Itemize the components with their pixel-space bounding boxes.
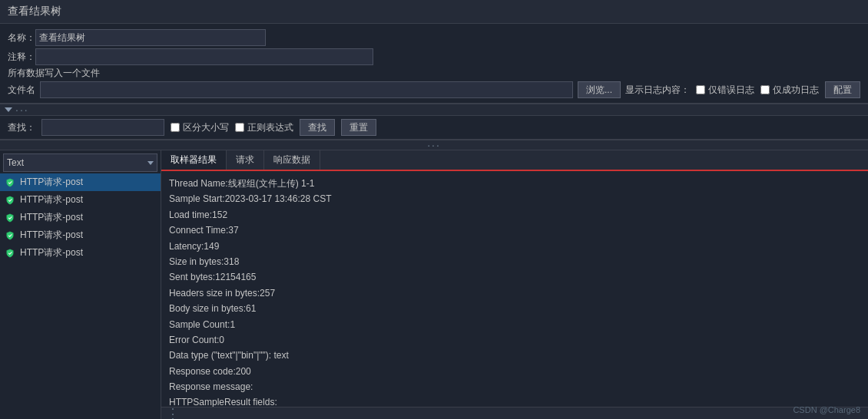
collapse-arrow-1 xyxy=(5,107,12,112)
browse-button[interactable]: 浏览... xyxy=(578,81,621,98)
result-line: Response code:200 xyxy=(169,364,860,379)
result-line: Sample Start:2023-03-17 13:46:28 CST xyxy=(169,191,860,206)
note-input[interactable] xyxy=(35,48,373,65)
tree-item-label: HTTP请求-post xyxy=(20,246,83,259)
page-title: 查看结果树 xyxy=(8,5,61,17)
reset-button[interactable]: 重置 xyxy=(341,119,376,136)
result-line: Sent bytes:12154165 xyxy=(169,269,860,285)
content-area: Text HTTP请求-post HTTP请求-post xyxy=(0,150,868,419)
result-line: Error Count:0 xyxy=(169,332,860,348)
tree-item[interactable]: HTTP请求-post xyxy=(0,191,161,209)
collapse-row-2[interactable]: ··· xyxy=(0,140,868,150)
result-line: Connect Time:37 xyxy=(169,223,860,238)
log-options: 显示日志内容： 仅错误日志 仅成功日志 配置 xyxy=(625,81,860,98)
tree-item-label: HTTP请求-post xyxy=(20,211,83,224)
collapse-row-1[interactable]: ··· xyxy=(0,104,868,116)
name-label: 名称： xyxy=(8,31,35,45)
result-line: HTTPSampleResult fields: xyxy=(169,394,860,407)
result-line: Sample Count:1 xyxy=(169,317,860,332)
result-line: Thread Name:线程组(文件上传) 1-1 xyxy=(169,176,860,191)
file-input[interactable] xyxy=(40,81,573,98)
find-button[interactable]: 查找 xyxy=(300,119,335,136)
name-input[interactable] xyxy=(35,29,266,46)
tree-list: HTTP请求-post HTTP请求-post HTTP请求-post xyxy=(0,173,161,419)
main-container: 查看结果树 名称： 注释： 所有数据写入一个文件 文件名 浏览... 显示日志内… xyxy=(0,0,868,419)
all-data-row: 所有数据写入一个文件 xyxy=(8,67,860,80)
bottom-handle: ⋮ xyxy=(161,407,868,419)
search-input[interactable] xyxy=(41,119,164,136)
result-content: Thread Name:线程组(文件上传) 1-1Sample Start:20… xyxy=(161,171,868,407)
name-row: 名称： xyxy=(8,29,860,46)
case-group: 区分大小写 xyxy=(171,121,229,134)
error-log-label: 仅错误日志 xyxy=(708,84,754,97)
tab-响应数据[interactable]: 响应数据 xyxy=(264,150,320,170)
note-label: 注释： xyxy=(8,51,35,64)
shield-icon xyxy=(5,195,15,206)
search-label: 查找： xyxy=(8,121,35,134)
error-log-group: 仅错误日志 xyxy=(696,84,754,97)
tab-请求[interactable]: 请求 xyxy=(227,150,264,170)
config-button[interactable]: 配置 xyxy=(825,81,860,98)
case-checkbox[interactable] xyxy=(171,123,180,132)
tabs-row: 取样器结果请求响应数据 xyxy=(161,150,868,171)
tree-item[interactable]: HTTP请求-post xyxy=(0,173,161,191)
dropdown-arrow xyxy=(147,161,154,165)
dropdown-value: Text xyxy=(7,157,24,168)
file-row: 文件名 浏览... 显示日志内容： 仅错误日志 仅成功日志 配置 xyxy=(8,81,860,98)
all-data-label: 所有数据写入一个文件 xyxy=(8,67,100,80)
success-log-checkbox[interactable] xyxy=(760,85,770,94)
file-label: 文件名 xyxy=(8,84,35,97)
watermark: CSDN @Charge8 xyxy=(793,405,860,414)
note-row: 注释： xyxy=(8,48,860,65)
right-panel: 取样器结果请求响应数据 Thread Name:线程组(文件上传) 1-1Sam… xyxy=(161,150,868,419)
form-section: 名称： 注释： 所有数据写入一个文件 文件名 浏览... 显示日志内容： 仅错误… xyxy=(0,24,868,104)
result-line: Headers size in bytes:257 xyxy=(169,285,860,301)
result-line: Load time:152 xyxy=(169,207,860,223)
result-line: Size in bytes:318 xyxy=(169,254,860,269)
tree-item-label: HTTP请求-post xyxy=(20,193,83,206)
tree-item[interactable]: HTTP请求-post xyxy=(0,209,161,226)
dots-2: ··· xyxy=(427,139,441,151)
tree-item[interactable]: HTTP请求-post xyxy=(0,244,161,262)
tree-item-label: HTTP请求-post xyxy=(20,229,83,242)
dots-1: ··· xyxy=(15,104,29,116)
result-line: Body size in bytes:61 xyxy=(169,301,860,316)
error-log-checkbox[interactable] xyxy=(696,85,705,94)
type-dropdown[interactable]: Text xyxy=(3,153,157,172)
regex-label: 正则表达式 xyxy=(247,121,293,134)
result-line: Data type ("text"|"bin"|""): text xyxy=(169,348,860,363)
left-panel: Text HTTP请求-post HTTP请求-post xyxy=(0,150,161,419)
tree-item-label: HTTP请求-post xyxy=(20,176,83,189)
search-bar: 查找： 区分大小写 正则表达式 查找 重置 xyxy=(0,116,868,140)
result-line: Response message: xyxy=(169,379,860,394)
tree-item[interactable]: HTTP请求-post xyxy=(0,226,161,244)
result-line: Latency:149 xyxy=(169,239,860,254)
shield-icon xyxy=(5,213,15,223)
log-label: 显示日志内容： xyxy=(625,84,690,97)
regex-checkbox[interactable] xyxy=(235,123,244,132)
shield-icon xyxy=(5,248,15,259)
success-log-group: 仅成功日志 xyxy=(760,84,819,97)
tab-取样器结果[interactable]: 取样器结果 xyxy=(161,150,227,170)
regex-group: 正则表达式 xyxy=(235,121,293,134)
shield-icon xyxy=(5,177,15,188)
resize-handle[interactable]: ⋮ xyxy=(166,405,180,420)
shield-icon xyxy=(5,230,15,241)
title-bar: 查看结果树 xyxy=(0,0,868,24)
case-label: 区分大小写 xyxy=(183,121,229,134)
success-log-label: 仅成功日志 xyxy=(773,84,819,97)
